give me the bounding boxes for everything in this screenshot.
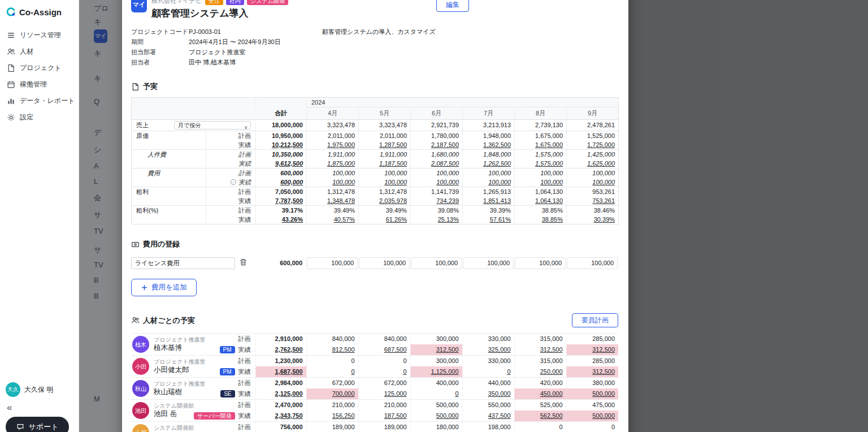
actual-value-link[interactable]: 1,625,000 bbox=[587, 160, 615, 167]
actual-value-link[interactable]: 1,575,000 bbox=[535, 160, 563, 167]
actual-value-link[interactable]: 7,787,500 bbox=[275, 197, 303, 204]
actual-value-link[interactable]: 500,000 bbox=[436, 412, 459, 419]
sidebar-item-talent[interactable]: 人材 bbox=[0, 44, 79, 60]
actual-value-link[interactable]: 500,000 bbox=[592, 390, 615, 397]
actual-value-link[interactable]: 1,687,500 bbox=[275, 368, 303, 375]
edit-button[interactable]: 編集 bbox=[436, 0, 469, 12]
expense-month-input[interactable] bbox=[515, 257, 566, 269]
chat-icon bbox=[16, 423, 24, 431]
actual-value-link[interactable]: 812,500 bbox=[332, 346, 355, 353]
actual-value-link[interactable]: 734,239 bbox=[436, 197, 459, 204]
actual-value-link[interactable]: 0 bbox=[507, 368, 510, 375]
actual-value-link[interactable]: 325,000 bbox=[488, 346, 511, 353]
user-name: 大久保 明 bbox=[24, 385, 53, 395]
actual-value-link[interactable]: 0 bbox=[455, 390, 458, 397]
actual-value-link[interactable]: 25.13% bbox=[438, 216, 459, 223]
client-top: 株式会社マイナビ 受注社内システム開発 bbox=[151, 0, 288, 5]
budget-row-label: 人件費 bbox=[132, 150, 206, 159]
actual-value-link[interactable]: 1,262,500 bbox=[483, 160, 511, 167]
actual-value-link[interactable]: 2,343,750 bbox=[275, 412, 303, 419]
actual-value-link[interactable]: 10,212,500 bbox=[272, 141, 303, 148]
sidebar-item-resources[interactable]: リソース管理 bbox=[0, 27, 79, 44]
actual-value-link[interactable]: 600,000 bbox=[280, 179, 303, 185]
allocation-select[interactable]: 月で按分 bbox=[174, 121, 251, 129]
actual-value-link[interactable]: 1,348,478 bbox=[327, 197, 355, 204]
actual-value-link[interactable]: 40.57% bbox=[334, 216, 355, 223]
actual-value-link[interactable]: 100,000 bbox=[332, 179, 355, 185]
expense-month-input[interactable] bbox=[463, 257, 514, 269]
actual-value-link[interactable]: 1,287,500 bbox=[379, 141, 407, 148]
actual-value-link[interactable]: 1,875,000 bbox=[327, 160, 355, 167]
actual-value-link[interactable]: 2,087,500 bbox=[431, 160, 459, 167]
actual-value-link[interactable]: 100,000 bbox=[436, 179, 459, 185]
actual-value-link[interactable]: 43.26% bbox=[282, 216, 303, 223]
actual-value-link[interactable]: 1,851,413 bbox=[483, 197, 511, 204]
actual-value-link[interactable]: 100,000 bbox=[540, 179, 563, 185]
actual-value-link[interactable]: 350,000 bbox=[488, 390, 511, 397]
budget-value: 753,261 bbox=[567, 196, 619, 206]
actual-value-link[interactable]: 100,000 bbox=[384, 179, 407, 185]
actual-value-link[interactable]: 1,975,000 bbox=[327, 141, 355, 148]
budget-value: 1,575,000 bbox=[515, 159, 567, 169]
sidebar-item-operations[interactable]: 稼働管理 bbox=[0, 76, 79, 93]
actual-value-link[interactable]: 1,725,000 bbox=[587, 141, 615, 148]
actual-value-link[interactable]: 0 bbox=[403, 368, 406, 375]
actual-value-link[interactable]: 156,250 bbox=[332, 412, 355, 419]
actual-value-link[interactable]: 312,500 bbox=[592, 346, 615, 353]
actual-value-link[interactable]: 1,064,130 bbox=[535, 197, 563, 204]
support-button[interactable]: サポート bbox=[6, 417, 69, 432]
staffing-plan-button[interactable]: 要員計画 bbox=[572, 313, 618, 327]
actual-value-link[interactable]: 30.39% bbox=[594, 216, 615, 223]
actual-value-link[interactable]: 1,187,500 bbox=[379, 160, 407, 167]
sidebar-item-settings[interactable]: 設定 bbox=[0, 109, 79, 126]
modal-header: マイ 株式会社マイナビ 受注社内システム開発 顧客管理システム導入 編集 bbox=[131, 0, 619, 20]
actual-value-link[interactable]: 1,675,000 bbox=[535, 141, 563, 148]
actual-value-link[interactable]: 187,500 bbox=[384, 412, 407, 419]
actual-value-link[interactable]: 312,500 bbox=[540, 346, 563, 353]
sidebar-item-projects[interactable]: プロジェクト bbox=[0, 60, 79, 76]
actual-value-link[interactable]: 700,000 bbox=[332, 390, 355, 397]
actual-value-link[interactable]: 562,500 bbox=[540, 412, 563, 419]
actual-value-link[interactable]: 0 bbox=[351, 368, 354, 375]
budget-row-label bbox=[132, 196, 206, 206]
actual-value-link[interactable]: 2,762,500 bbox=[275, 346, 303, 353]
actual-value-link[interactable]: 687,500 bbox=[384, 346, 407, 353]
member-avatar: 土屋 bbox=[132, 424, 149, 432]
actual-value-link[interactable]: 450,000 bbox=[540, 390, 563, 397]
actual-value-link[interactable]: 100,000 bbox=[592, 179, 615, 185]
expense-name-input[interactable] bbox=[131, 257, 235, 269]
actual-value-link[interactable]: 2,125,000 bbox=[275, 390, 303, 397]
actual-value-link[interactable]: 1,125,000 bbox=[431, 368, 459, 375]
actual-value-link[interactable]: 2,187,500 bbox=[431, 141, 459, 148]
actual-value-link[interactable]: 753,261 bbox=[592, 197, 615, 204]
delete-expense-button[interactable] bbox=[238, 257, 250, 269]
actual-value-cell: 2,762,500 bbox=[255, 344, 306, 356]
actual-value-link[interactable]: 100,000 bbox=[488, 179, 511, 185]
budget-value: 18,000,000 bbox=[256, 120, 307, 131]
actual-value-link[interactable]: 500,000 bbox=[592, 412, 615, 419]
expense-month-input[interactable] bbox=[359, 257, 410, 269]
expense-month-input[interactable] bbox=[307, 257, 358, 269]
actual-value-link[interactable]: 61.26% bbox=[386, 216, 407, 223]
add-expense-label: 費用を追加 bbox=[151, 283, 187, 292]
user-menu[interactable]: 大久 大久保 明 bbox=[6, 379, 73, 400]
actual-value-link[interactable]: 250,000 bbox=[540, 368, 563, 375]
expense-month-input[interactable] bbox=[411, 257, 462, 269]
actual-value-link[interactable]: 9,612,500 bbox=[275, 160, 303, 167]
sidebar-item-reports[interactable]: データ・レポート bbox=[0, 93, 79, 109]
add-expense-button[interactable]: 費用を追加 bbox=[131, 279, 197, 296]
expense-month-input[interactable] bbox=[567, 257, 618, 269]
budget-value: 1,575,000 bbox=[515, 150, 567, 159]
actual-value-link[interactable]: 437,500 bbox=[488, 412, 511, 419]
actual-value-link[interactable]: 312,500 bbox=[592, 368, 615, 375]
client-avatar: マイ bbox=[131, 0, 147, 12]
actual-value-link[interactable]: 312,500 bbox=[436, 346, 459, 353]
actual-value-link[interactable]: 38.85% bbox=[542, 216, 563, 223]
actual-value-link[interactable]: 125,000 bbox=[384, 390, 407, 397]
actual-value-link[interactable]: 57.61% bbox=[490, 216, 511, 223]
sidebar-collapse-button[interactable]: « bbox=[6, 400, 73, 417]
actual-value-link[interactable]: 2,035,978 bbox=[379, 197, 407, 204]
info-icon[interactable] bbox=[230, 179, 237, 185]
personnel-member: 土屋システム開発部土屋 崇（BP）計画756,000189,000189,000… bbox=[131, 422, 618, 432]
actual-value-link[interactable]: 1,362,500 bbox=[483, 141, 511, 148]
